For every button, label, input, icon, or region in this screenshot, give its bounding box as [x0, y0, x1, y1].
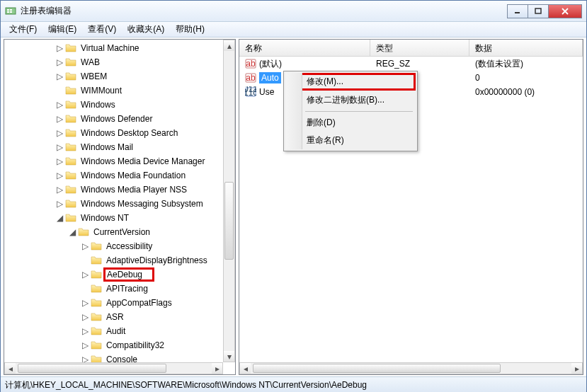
expand-icon[interactable]: ▷: [55, 100, 64, 109]
scroll-thumb[interactable]: [224, 182, 234, 260]
tree-node[interactable]: ▷Compatibility32: [4, 338, 235, 352]
tree-node[interactable]: ▷Windows Defender: [4, 112, 235, 126]
tree-node-label[interactable]: Windows Mail: [79, 142, 135, 153]
tree-node[interactable]: ▷Virtual Machine: [4, 41, 235, 55]
tree-node[interactable]: ▷Accessibility: [4, 239, 235, 253]
context-menu-delete[interactable]: 删除(D): [285, 114, 416, 132]
tree-node-label[interactable]: Windows Media Player NSS: [79, 184, 188, 195]
registry-value-list-pane: 名称 类型 数据 ab(默认)REG_SZ(数值未设置)abAuto001111…: [239, 39, 583, 375]
tree-node[interactable]: AdaptiveDisplayBrightness: [4, 253, 235, 267]
tree-node-label[interactable]: Windows Messaging Subsystem: [79, 198, 205, 209]
scroll-thumb[interactable]: [18, 364, 166, 373]
scroll-right-icon[interactable]: ▸: [571, 363, 582, 374]
tree-node-label[interactable]: Windows Media Device Manager: [79, 156, 206, 167]
expand-icon[interactable]: ▷: [81, 313, 89, 321]
tree-node-label[interactable]: Windows Defender: [79, 113, 154, 125]
tree-node[interactable]: ▷Windows: [4, 98, 235, 112]
tree-node-label[interactable]: AppCompatFlags: [105, 297, 173, 309]
menu-help[interactable]: 帮助(H): [170, 22, 210, 37]
tree-node-label[interactable]: AeDebug: [103, 267, 154, 282]
tree-node[interactable]: ▷ASR: [4, 310, 235, 324]
expand-icon[interactable]: ▷: [55, 200, 64, 208]
column-header-type[interactable]: 类型: [370, 40, 469, 56]
folder-icon: [78, 226, 89, 238]
expand-icon[interactable]: ▷: [81, 327, 89, 335]
expand-icon[interactable]: ▷: [55, 129, 64, 137]
statusbar-path: 计算机\HKEY_LOCAL_MACHINE\SOFTWARE\Microsof…: [5, 379, 367, 391]
tree-node[interactable]: ▷Windows Media Foundation: [4, 168, 235, 183]
tree-node-label[interactable]: Windows NT: [79, 212, 130, 224]
folder-icon: [91, 311, 102, 323]
expand-icon[interactable]: ▷: [55, 115, 64, 123]
scroll-up-icon[interactable]: ▴: [224, 40, 234, 51]
regedit-app-icon: [5, 6, 16, 17]
list-row[interactable]: ab(默认)REG_SZ(数值未设置): [239, 57, 583, 71]
tree-node-label[interactable]: WBEM: [79, 71, 108, 82]
expand-icon[interactable]: ▷: [55, 157, 64, 166]
tree-node[interactable]: ▷Windows Mail: [4, 140, 235, 154]
registry-tree[interactable]: ▷Virtual Machine▷WAB▷WBEMWIMMount▷Window…: [4, 40, 235, 368]
svg-text:ab: ab: [246, 73, 256, 83]
tree-node-label[interactable]: Compatibility32: [105, 340, 166, 351]
tree-node-label[interactable]: Audit: [105, 325, 127, 337]
close-button[interactable]: [548, 4, 582, 18]
tree-node[interactable]: ▷Windows Media Player NSS: [4, 183, 235, 197]
context-menu-modify-binary[interactable]: 修改二进制数据(B)...: [285, 91, 416, 109]
expand-icon[interactable]: ▷: [55, 58, 64, 67]
tree-vertical-scrollbar[interactable]: ▴ ▾: [223, 40, 235, 362]
tree-node-label[interactable]: WIMMount: [79, 85, 123, 96]
value-name: Auto: [259, 72, 281, 83]
tree-node-label[interactable]: Accessibility: [105, 241, 154, 252]
menu-edit[interactable]: 编辑(E): [42, 22, 82, 37]
expand-icon[interactable]: ▷: [81, 270, 89, 279]
maximize-button[interactable]: [528, 4, 549, 18]
expand-icon[interactable]: ▷: [55, 185, 64, 194]
tree-node[interactable]: WIMMount: [4, 83, 235, 98]
tree-node[interactable]: ◢Windows NT: [4, 211, 235, 225]
tree-node-label[interactable]: Windows Media Foundation: [79, 170, 187, 181]
minimize-button[interactable]: [507, 4, 528, 18]
tree-node[interactable]: ▷WBEM: [4, 69, 235, 83]
expand-icon[interactable]: ▷: [55, 143, 64, 151]
tree-node[interactable]: ▷AppCompatFlags: [4, 296, 235, 310]
context-menu-modify[interactable]: 修改(M)...: [285, 73, 416, 91]
list-horizontal-scrollbar[interactable]: ◂ ▸: [239, 362, 583, 374]
svg-rect-0: [6, 8, 16, 14]
tree-node-label[interactable]: CurrentVersion: [92, 226, 152, 238]
scroll-left-icon[interactable]: ◂: [5, 363, 16, 374]
expand-icon[interactable]: ▷: [81, 299, 89, 307]
scroll-left-icon[interactable]: ◂: [240, 363, 251, 374]
scroll-down-icon[interactable]: ▾: [224, 351, 234, 362]
tree-horizontal-scrollbar[interactable]: ◂ ▸: [4, 362, 223, 374]
tree-node-label[interactable]: ASR: [105, 311, 125, 323]
tree-node[interactable]: APITracing: [4, 282, 235, 296]
expand-icon[interactable]: ▷: [55, 171, 64, 180]
column-header-data[interactable]: 数据: [469, 40, 583, 56]
tree-node[interactable]: ▷Windows Desktop Search: [4, 126, 235, 140]
scroll-thumb[interactable]: [253, 364, 501, 373]
menu-file[interactable]: 文件(F): [4, 22, 42, 37]
tree-node-label[interactable]: AdaptiveDisplayBrightness: [105, 255, 209, 266]
menu-favorites[interactable]: 收藏夹(A): [122, 22, 170, 37]
tree-node[interactable]: ◢CurrentVersion: [4, 225, 235, 239]
scroll-right-icon[interactable]: ▸: [212, 363, 222, 374]
tree-node[interactable]: ▷AeDebug: [4, 267, 235, 282]
context-menu-rename[interactable]: 重命名(R): [285, 132, 416, 149]
column-header-name[interactable]: 名称: [239, 40, 370, 56]
expand-icon[interactable]: ▷: [55, 44, 64, 52]
menu-view[interactable]: 查看(V): [82, 22, 122, 37]
tree-node[interactable]: ▷WAB: [4, 55, 235, 69]
tree-node-label[interactable]: Virtual Machine: [79, 42, 141, 54]
expand-icon[interactable]: ▷: [55, 72, 64, 81]
tree-node-label[interactable]: Windows: [79, 99, 117, 110]
expand-icon[interactable]: ▷: [81, 242, 89, 250]
tree-node[interactable]: ▷Audit: [4, 324, 235, 338]
tree-node[interactable]: ▷Windows Media Device Manager: [4, 154, 235, 168]
tree-node[interactable]: ▷Windows Messaging Subsystem: [4, 197, 235, 211]
expand-icon[interactable]: ▷: [81, 341, 89, 350]
tree-node-label[interactable]: APITracing: [105, 283, 149, 294]
collapse-icon[interactable]: ◢: [68, 228, 76, 236]
tree-node-label[interactable]: WAB: [79, 57, 101, 68]
collapse-icon[interactable]: ◢: [55, 214, 64, 222]
tree-node-label[interactable]: Windows Desktop Search: [79, 127, 179, 139]
